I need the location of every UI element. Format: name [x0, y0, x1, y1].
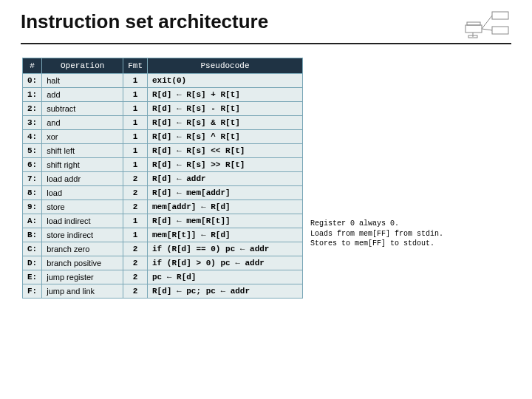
cell-num: 7: — [23, 172, 42, 186]
cell-op: load — [42, 186, 123, 200]
cell-num: 9: — [23, 200, 42, 214]
cell-num: B: — [23, 228, 42, 242]
note-line: Stores to mem[FF] to stdout. — [310, 239, 443, 249]
cell-fmt: 1 — [123, 116, 148, 130]
cell-code: R[d] ← mem[R[t]] — [148, 214, 303, 228]
svg-line-4 — [482, 16, 492, 29]
cell-op: halt — [42, 74, 123, 88]
title-rule — [21, 43, 511, 44]
cell-num: 6: — [23, 158, 42, 172]
table-row: D:branch positive2if (R[d] > 0) pc ← add… — [23, 256, 303, 270]
cell-code: R[d] ← R[s] - R[t] — [148, 102, 303, 116]
col-fmt: Fmt — [123, 58, 148, 74]
svg-rect-2 — [492, 12, 508, 19]
cell-fmt: 2 — [123, 284, 148, 299]
table-row: 1:add1R[d] ← R[s] + R[t] — [23, 88, 303, 102]
table-row: B:store indirect1mem[R[t]] ← R[d] — [23, 228, 303, 242]
table-row: 2:subtract1R[d] ← R[s] - R[t] — [23, 102, 303, 116]
side-notes: Register 0 always 0. Loads from mem[FF] … — [310, 219, 443, 249]
cell-fmt: 2 — [123, 200, 148, 214]
table-row: 8:load2R[d] ← mem[addr] — [23, 186, 303, 200]
cell-num: 3: — [23, 116, 42, 130]
cell-code: exit(0) — [148, 74, 303, 88]
cell-fmt: 1 — [123, 88, 148, 102]
cell-num: F: — [23, 284, 42, 299]
cell-num: 0: — [23, 74, 42, 88]
table-row: A:load indirect1R[d] ← mem[R[t]] — [23, 214, 303, 228]
cell-op: load addr — [42, 172, 123, 186]
cell-fmt: 1 — [123, 228, 148, 242]
table-row: 0:halt1exit(0) — [23, 74, 303, 88]
cell-num: 8: — [23, 186, 42, 200]
cell-op: subtract — [42, 102, 123, 116]
cell-op: branch positive — [42, 256, 123, 270]
cell-fmt: 1 — [123, 144, 148, 158]
cell-code: mem[R[t]] ← R[d] — [148, 228, 303, 242]
cell-op: store indirect — [42, 228, 123, 242]
cell-code: if (R[d] == 0) pc ← addr — [148, 242, 303, 256]
table-row: 9:store2mem[addr] ← R[d] — [23, 200, 303, 214]
cell-fmt: 2 — [123, 172, 148, 186]
svg-rect-0 — [466, 25, 482, 33]
cell-code: R[d] ← R[s] ^ R[t] — [148, 130, 303, 144]
cell-op: xor — [42, 130, 123, 144]
cell-code: mem[addr] ← R[d] — [148, 200, 303, 214]
cell-num: 2: — [23, 102, 42, 116]
cpu-diagram-icon — [464, 9, 511, 38]
cell-code: R[d] ← R[s] & R[t] — [148, 116, 303, 130]
svg-rect-3 — [492, 27, 508, 34]
cell-fmt: 2 — [123, 256, 148, 270]
cell-op: and — [42, 116, 123, 130]
cell-num: 1: — [23, 88, 42, 102]
cell-op: shift right — [42, 158, 123, 172]
cell-op: branch zero — [42, 242, 123, 256]
cell-num: A: — [23, 214, 42, 228]
cell-fmt: 1 — [123, 158, 148, 172]
cell-fmt: 1 — [123, 102, 148, 116]
note-line: Register 0 always 0. — [310, 219, 443, 229]
cell-op: store — [42, 200, 123, 214]
cell-code: R[d] ← R[s] + R[t] — [148, 88, 303, 102]
cell-num: D: — [23, 256, 42, 270]
cell-fmt: 2 — [123, 186, 148, 200]
table-row: C:branch zero2if (R[d] == 0) pc ← addr — [23, 242, 303, 256]
cell-num: C: — [23, 242, 42, 256]
svg-line-5 — [482, 29, 492, 30]
cell-num: 5: — [23, 144, 42, 158]
table-row: 4:xor1R[d] ← R[s] ^ R[t] — [23, 130, 303, 144]
cell-op: add — [42, 88, 123, 102]
cell-fmt: 2 — [123, 242, 148, 256]
cell-code: R[d] ← addr — [148, 172, 303, 186]
col-code: Pseudocode — [148, 58, 303, 74]
svg-rect-1 — [467, 22, 480, 25]
cell-code: R[d] ← mem[addr] — [148, 186, 303, 200]
table-header-row: # Operation Fmt Pseudocode — [23, 58, 303, 74]
cell-op: jump register — [42, 270, 123, 284]
table-row: E:jump register2pc ← R[d] — [23, 270, 303, 284]
table-row: 5:shift left1R[d] ← R[s] << R[t] — [23, 144, 303, 158]
cell-code: R[d] ← R[s] >> R[t] — [148, 158, 303, 172]
col-op: Operation — [42, 58, 123, 74]
table-row: F:jump and link2R[d] ← pc; pc ← addr — [23, 284, 303, 299]
cell-op: shift left — [42, 144, 123, 158]
cell-op: load indirect — [42, 214, 123, 228]
cell-fmt: 1 — [123, 130, 148, 144]
cell-fmt: 1 — [123, 214, 148, 228]
table-row: 7:load addr2R[d] ← addr — [23, 172, 303, 186]
cell-code: if (R[d] > 0) pc ← addr — [148, 256, 303, 270]
cell-num: 4: — [23, 130, 42, 144]
cell-fmt: 2 — [123, 270, 148, 284]
instruction-table: # Operation Fmt Pseudocode 0:halt1exit(0… — [22, 58, 303, 299]
table-row: 3:and1R[d] ← R[s] & R[t] — [23, 116, 303, 130]
cell-num: E: — [23, 270, 42, 284]
cell-op: jump and link — [42, 284, 123, 299]
table-row: 6:shift right1R[d] ← R[s] >> R[t] — [23, 158, 303, 172]
cell-fmt: 1 — [123, 74, 148, 88]
note-line: Loads from mem[FF] from stdin. — [310, 229, 443, 239]
cell-code: R[d] ← R[s] << R[t] — [148, 144, 303, 158]
page-title: Instruction set architecture — [21, 10, 268, 33]
cell-code: R[d] ← pc; pc ← addr — [148, 284, 303, 299]
col-num: # — [23, 58, 42, 74]
cell-code: pc ← R[d] — [148, 270, 303, 284]
